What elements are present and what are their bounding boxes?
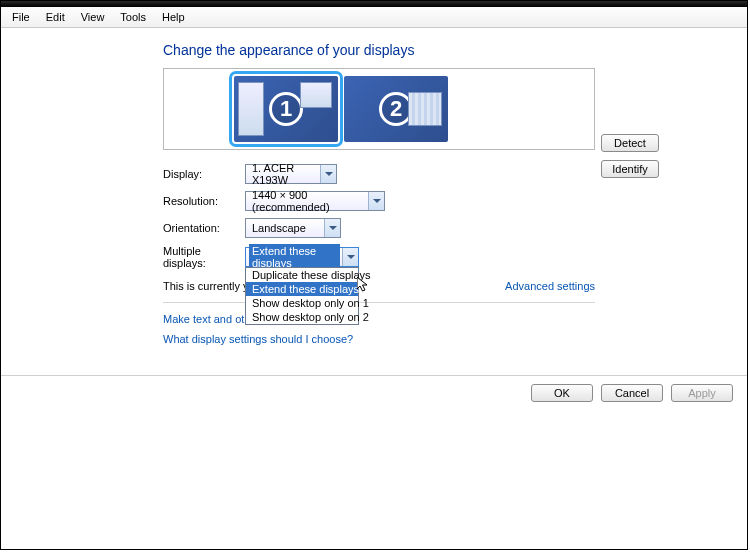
chevron-down-icon <box>368 192 384 210</box>
resolution-select[interactable]: 1440 × 900 (recommended) <box>245 191 385 211</box>
menu-edit[interactable]: Edit <box>39 9 72 25</box>
cancel-button[interactable]: Cancel <box>601 384 663 402</box>
monitor-1[interactable]: 1 <box>234 76 338 142</box>
apply-button: Apply <box>671 384 733 402</box>
orientation-select[interactable]: Landscape <box>245 218 341 238</box>
multiple-displays-dropdown: Duplicate these displays Extend these di… <box>245 267 359 325</box>
chevron-down-icon <box>320 165 336 183</box>
menu-file[interactable]: File <box>5 9 37 25</box>
monitor-2[interactable]: 2 <box>344 76 448 142</box>
display-value: 1. ACER X193W <box>252 162 318 186</box>
display-select[interactable]: 1. ACER X193W <box>245 164 337 184</box>
menu-help[interactable]: Help <box>155 9 192 25</box>
resolution-label: Resolution: <box>163 195 245 207</box>
multiple-option-duplicate[interactable]: Duplicate these displays <box>246 268 358 282</box>
multiple-option-only1[interactable]: Show desktop only on 1 <box>246 296 358 310</box>
multiple-option-only2[interactable]: Show desktop only on 2 <box>246 310 358 324</box>
page-title: Change the appearance of your displays <box>163 42 747 58</box>
advanced-settings-link[interactable]: Advanced settings <box>505 280 595 292</box>
display-preview: 1 2 <box>163 68 595 150</box>
display-label: Display: <box>163 168 245 180</box>
detect-button[interactable]: Detect <box>601 134 659 152</box>
menu-view[interactable]: View <box>74 9 112 25</box>
multiple-displays-label: Multiple displays: <box>163 245 245 269</box>
dialog-button-bar: OK Cancel Apply <box>1 375 747 410</box>
chevron-down-icon <box>342 248 358 266</box>
menu-tools[interactable]: Tools <box>113 9 153 25</box>
menubar: File Edit View Tools Help <box>1 7 747 28</box>
chevron-down-icon <box>324 219 340 237</box>
multiple-option-extend[interactable]: Extend these displays <box>246 282 358 296</box>
orientation-label: Orientation: <box>163 222 245 234</box>
identify-button[interactable]: Identify <box>601 160 659 178</box>
which-settings-link[interactable]: What display settings should I choose? <box>163 329 747 349</box>
resolution-value: 1440 × 900 (recommended) <box>252 189 366 213</box>
multiple-displays-select[interactable]: Extend these displays Duplicate these di… <box>245 247 359 267</box>
orientation-value: Landscape <box>252 222 306 234</box>
monitor-1-number: 1 <box>269 92 303 126</box>
ok-button[interactable]: OK <box>531 384 593 402</box>
